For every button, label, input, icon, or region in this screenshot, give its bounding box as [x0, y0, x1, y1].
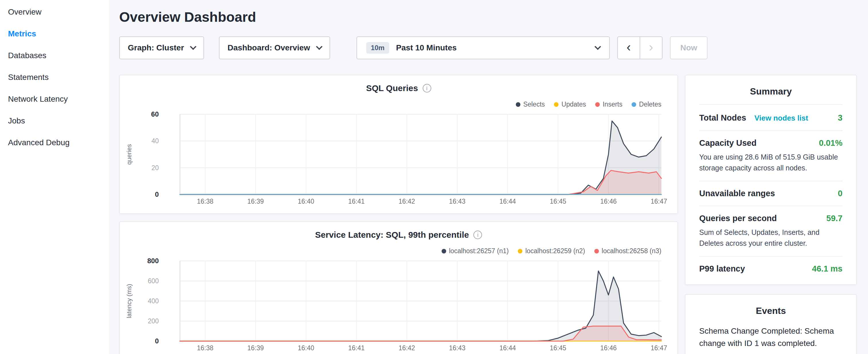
svg-text:16:43: 16:43 [449, 198, 466, 205]
chevron-down-icon [190, 43, 196, 50]
summary-body: Total Nodes View nodes list 3 Capacity U… [685, 104, 856, 284]
legend-label: Deletes [639, 100, 661, 108]
svg-text:600: 600 [148, 277, 159, 285]
summary-row-value: 0 [838, 189, 842, 198]
svg-text:16:39: 16:39 [247, 344, 264, 352]
sidebar-item-advanced-debug[interactable]: Advanced Debug [0, 132, 109, 154]
chart-title: Service Latency: SQL, 99th percentile [120, 230, 677, 240]
dashboard-dropdown-label: Dashboard: Overview [227, 43, 310, 53]
svg-text:queries: queries [125, 144, 133, 165]
info-icon[interactable] [473, 231, 482, 239]
legend-dot-icon [516, 102, 520, 107]
dashboard-controls: Graph: Cluster Dashboard: Overview 10m P… [119, 36, 859, 59]
graph-dropdown-label: Graph: Cluster [128, 43, 184, 53]
svg-text:16:40: 16:40 [298, 198, 314, 205]
summary-row-capacity-used: Capacity Used 0.01% You are using 28.6 M… [699, 130, 842, 181]
time-next-button[interactable]: › [640, 36, 662, 59]
page-title: Overview Dashboard [119, 9, 859, 25]
svg-text:16:46: 16:46 [600, 198, 617, 205]
time-nav-group: ‹ › [617, 36, 662, 59]
right-sidebar: Summary Total Nodes View nodes list 3 [685, 75, 857, 354]
svg-text:16:41: 16:41 [348, 198, 365, 205]
svg-text:latency (ms): latency (ms) [125, 284, 133, 318]
summary-row-description: Sum of Selects, Updates, Inserts, and De… [699, 227, 842, 249]
legend-item[interactable]: localhost:26258 (n3) [594, 247, 661, 255]
legend-label: localhost:26258 (n3) [602, 247, 661, 255]
svg-text:16:41: 16:41 [348, 344, 365, 352]
summary-row-unavailable-ranges: Unavailable ranges 0 [699, 181, 842, 206]
svg-text:16:38: 16:38 [197, 198, 214, 205]
graph-dropdown[interactable]: Graph: Cluster [119, 36, 204, 59]
svg-text:800: 800 [147, 257, 159, 265]
svg-text:16:46: 16:46 [600, 344, 617, 352]
summary-row-label: Total Nodes [699, 113, 746, 122]
svg-text:16:47: 16:47 [651, 344, 667, 352]
summary-row-p99-latency: P99 latency 46.1 ms [699, 256, 842, 281]
svg-text:400: 400 [148, 297, 159, 305]
legend-dot-icon [631, 102, 636, 107]
time-range-picker[interactable]: 10m Past 10 Minutes [356, 36, 610, 59]
sidebar-item-jobs[interactable]: Jobs [0, 110, 109, 132]
svg-text:200: 200 [148, 317, 159, 325]
svg-text:16:38: 16:38 [197, 344, 214, 352]
event-timestamp: May 13, 2020 at 4:45 PM [699, 353, 842, 354]
main-content: Overview Dashboard Graph: Cluster Dashbo… [109, 0, 868, 354]
svg-text:16:44: 16:44 [499, 344, 516, 352]
events-body: Schema Change Completed: Schema change w… [685, 324, 856, 354]
legend-item[interactable]: Selects [516, 100, 545, 108]
service-latency-chart-card: Service Latency: SQL, 99th percentile lo… [119, 221, 678, 354]
chart-title-text: SQL Queries [366, 83, 418, 93]
svg-text:16:43: 16:43 [449, 344, 466, 352]
legend-dot-icon [442, 249, 446, 254]
summary-row-description: You are using 28.6 MiB of 515.9 GiB usab… [699, 152, 842, 173]
legend-dot-icon [554, 102, 559, 107]
sidebar: Overview Metrics Databases Statements Ne… [0, 0, 109, 354]
dashboard-dropdown[interactable]: Dashboard: Overview [219, 36, 330, 59]
legend-label: localhost:26257 (n1) [449, 247, 509, 255]
summary-row-label: Capacity Used [699, 138, 756, 148]
summary-title: Summary [685, 75, 856, 104]
summary-row-value: 0.01% [819, 138, 842, 148]
chart-legend: SelectsUpdatesInsertsDeletes [516, 100, 661, 108]
svg-text:16:44: 16:44 [499, 198, 516, 205]
time-prev-button[interactable]: ‹ [617, 36, 640, 59]
sidebar-item-statements[interactable]: Statements [0, 66, 109, 88]
sql-queries-chart-card: SQL Queries SelectsUpdatesInsertsDeletes… [119, 75, 678, 214]
legend-item[interactable]: Deletes [631, 100, 661, 108]
summary-panel: Summary Total Nodes View nodes list 3 [685, 75, 857, 285]
legend-item[interactable]: localhost:26257 (n1) [442, 247, 509, 255]
events-title: Events [685, 295, 856, 324]
legend-item[interactable]: Updates [554, 100, 586, 108]
svg-text:16:40: 16:40 [298, 344, 314, 352]
sidebar-item-overview[interactable]: Overview [0, 1, 109, 23]
sidebar-item-network-latency[interactable]: Network Latency [0, 88, 109, 110]
event-item[interactable]: Schema Change Completed: Schema change w… [699, 325, 842, 354]
chart-title: SQL Queries [120, 83, 677, 93]
chart-title-text: Service Latency: SQL, 99th percentile [315, 230, 469, 240]
svg-text:0: 0 [155, 337, 159, 345]
legend-label: localhost:26259 (n2) [525, 247, 585, 255]
view-nodes-link[interactable]: View nodes list [754, 114, 808, 122]
svg-text:16:45: 16:45 [550, 198, 566, 205]
summary-row-value: 3 [838, 113, 842, 123]
summary-row-label: Queries per second [699, 214, 777, 223]
sidebar-item-databases[interactable]: Databases [0, 45, 109, 66]
legend-item[interactable]: localhost:26259 (n2) [518, 247, 585, 255]
summary-row-label: Unavailable ranges [699, 189, 775, 198]
chart-canvas: 020040060080016:3816:3916:4016:4116:4216… [120, 254, 679, 354]
summary-row-label: P99 latency [699, 264, 745, 273]
svg-text:16:42: 16:42 [399, 344, 415, 352]
legend-dot-icon [518, 249, 522, 254]
svg-text:16:47: 16:47 [651, 198, 667, 205]
svg-text:0: 0 [155, 190, 159, 198]
summary-row-total-nodes: Total Nodes View nodes list 3 [699, 104, 842, 130]
svg-text:40: 40 [151, 137, 159, 144]
now-button[interactable]: Now [670, 36, 708, 59]
info-icon[interactable] [423, 84, 431, 93]
sidebar-item-metrics[interactable]: Metrics [0, 23, 109, 45]
legend-label: Selects [523, 100, 545, 108]
legend-item[interactable]: Inserts [595, 100, 622, 108]
svg-text:60: 60 [151, 110, 159, 118]
svg-text:16:42: 16:42 [399, 198, 415, 205]
svg-text:16:39: 16:39 [247, 198, 264, 205]
